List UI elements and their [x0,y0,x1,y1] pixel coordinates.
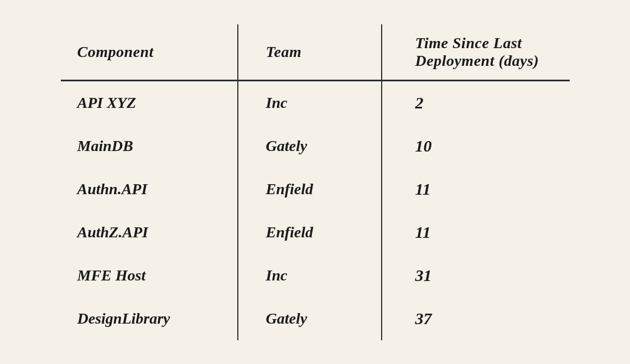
table-header-row: Component Team Time Since Last Deploymen… [61,24,570,81]
cell-team: Inc [238,80,382,124]
header-component: Component [61,24,238,81]
table-row: Authn.APIEnfield11 [61,168,570,211]
cell-component: MFE Host [61,254,238,297]
cell-component: MainDB [61,124,238,168]
table-row: API XYZInc2 [61,80,570,124]
cell-component: AuthZ.API [61,211,238,254]
cell-component: API XYZ [61,80,238,124]
cell-team: Gately [238,297,382,340]
table-row: AuthZ.APIEnfield11 [61,211,570,254]
cell-days: 37 [382,297,570,340]
cell-days: 11 [382,211,570,254]
table-container: Component Team Time Since Last Deploymen… [39,13,592,351]
deployment-table: Component Team Time Since Last Deploymen… [61,24,570,340]
cell-component: Authn.API [61,168,238,211]
header-team: Team [238,24,382,81]
cell-days: 11 [382,168,570,211]
cell-days: 31 [382,254,570,297]
cell-days: 10 [382,124,570,168]
cell-component: DesignLibrary [61,297,238,340]
cell-days: 2 [382,80,570,124]
table-row: MFE HostInc31 [61,254,570,297]
cell-team: Inc [238,254,382,297]
cell-team: Enfield [238,168,382,211]
header-days: Time Since Last Deployment (days) [382,24,570,81]
table-row: MainDBGately10 [61,124,570,168]
cell-team: Gately [238,124,382,168]
cell-team: Enfield [238,211,382,254]
table-row: DesignLibraryGately37 [61,297,570,340]
